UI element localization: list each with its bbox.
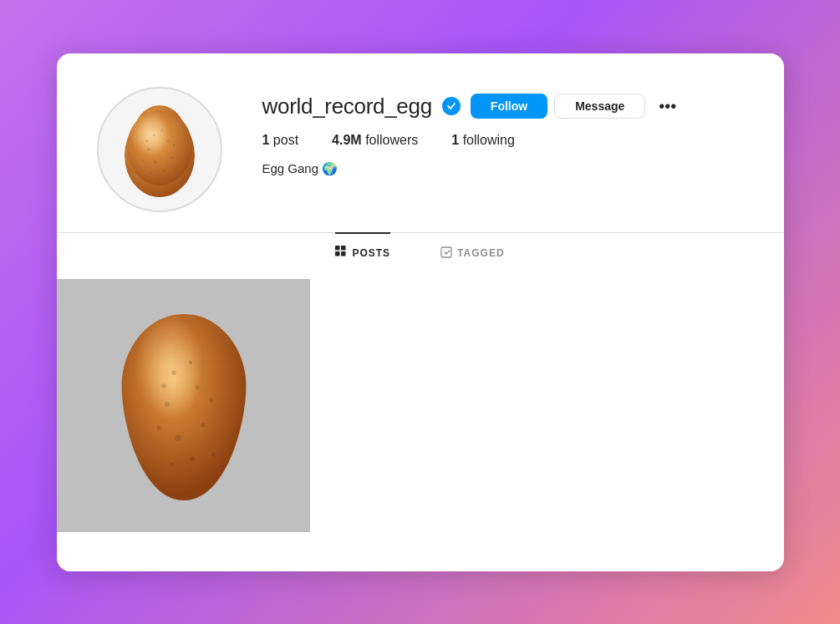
likes-overlay: 60.2M [111,396,175,414]
following-stat: 1 following [451,133,515,148]
comment-icon [199,396,217,414]
svg-point-13 [175,167,177,170]
username-row: world_record_egg Follow Message ••• [262,94,744,119]
followers-stat: 4.9M followers [332,133,418,148]
verified-badge [442,97,461,115]
svg-point-8 [152,134,155,136]
svg-point-7 [161,129,163,131]
tab-tagged[interactable]: TAGGED [440,233,504,272]
post-item[interactable]: 60.2M 3.9M [57,279,310,532]
stats-row: 1 post 4.9M followers 1 following [262,133,744,148]
svg-point-10 [145,140,148,142]
svg-point-12 [150,171,151,173]
svg-point-11 [162,169,165,171]
tab-tagged-label: TAGGED [457,247,504,259]
tab-posts[interactable]: POSTS [335,232,390,272]
profile-section: world_record_egg Follow Message ••• 1 [57,53,784,232]
svg-point-3 [166,140,168,141]
message-button[interactable]: Message [554,94,645,119]
likes-count: 60.2M [135,397,175,413]
username: world_record_egg [262,94,432,119]
svg-rect-16 [335,251,340,256]
svg-rect-15 [341,246,346,251]
svg-rect-18 [441,247,451,257]
svg-rect-14 [335,246,340,251]
svg-point-6 [141,159,143,160]
more-options-button[interactable]: ••• [652,94,683,119]
grid-section: 60.2M 3.9M [57,272,784,549]
followers-label: followers [365,133,418,147]
comments-overlay: 3.9M [199,396,255,414]
posts-grid-icon [335,246,347,260]
profile-info: world_record_egg Follow Message ••• 1 [262,87,744,176]
svg-point-4 [154,160,157,164]
post-label: post [273,133,298,147]
followers-count: 4.9M [332,133,362,147]
post-count: 1 [262,133,270,147]
svg-point-5 [171,156,173,159]
avatar-image [105,95,214,204]
tagged-icon [440,246,452,261]
tab-posts-label: POSTS [352,247,390,259]
tabs-section: POSTS TAGGED [57,232,784,272]
avatar [97,87,222,212]
following-count: 1 [451,133,459,147]
action-buttons: Follow Message ••• [471,94,684,119]
heart-icon [111,396,130,414]
following-label: following [463,133,515,147]
profile-card: world_record_egg Follow Message ••• 1 [57,53,784,571]
svg-point-2 [147,148,150,150]
checkmark-icon [446,101,456,111]
svg-point-9 [172,144,174,145]
svg-rect-17 [341,251,346,256]
follow-button[interactable]: Follow [471,94,547,119]
comments-count: 3.9M [223,397,255,413]
post-count-stat: 1 post [262,133,299,148]
bio: Egg Gang 🌍 [262,161,744,176]
